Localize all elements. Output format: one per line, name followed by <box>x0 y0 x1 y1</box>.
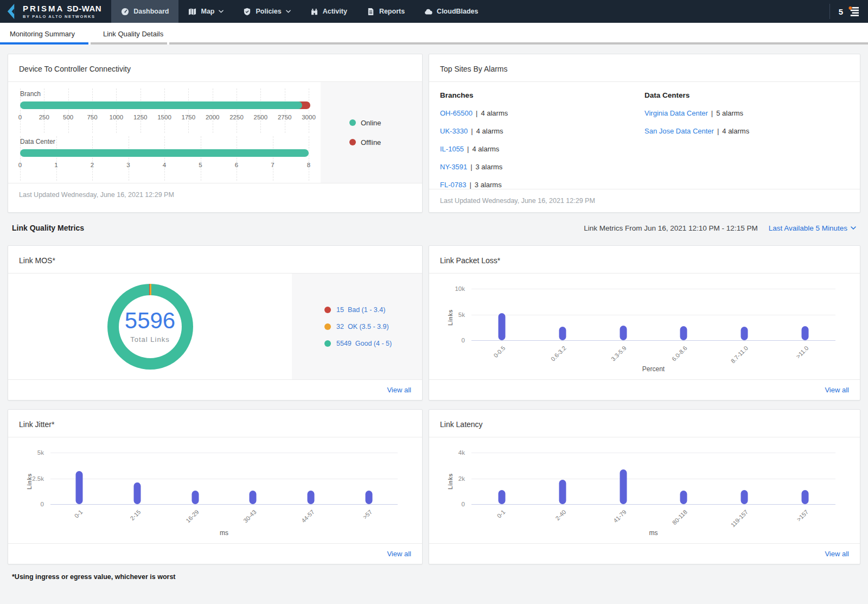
bar <box>498 490 505 504</box>
card-title: Link Latency <box>429 410 860 437</box>
bar <box>308 491 315 504</box>
nav-item-activity[interactable]: Activity <box>301 0 357 23</box>
branches-header: Branches <box>440 91 644 99</box>
site-link[interactable]: San Jose Data Center <box>644 127 714 135</box>
mos-legend-item: 5549Good (4 - 5) <box>324 340 422 347</box>
jitter-chart: Links5k2.5k00-12-1516-2930-4344-57>57ms <box>8 437 422 543</box>
bar-slot: 0-1 <box>471 453 532 504</box>
connectivity-row: Branch0250500750100012501500175020002250… <box>20 88 309 133</box>
bar-slot: 0-0.5 <box>471 289 532 340</box>
y-tick-label: 0 <box>41 501 44 507</box>
site-link[interactable]: Virginia Data Center <box>644 109 708 117</box>
x-tick-label: 0.6-3.2 <box>550 345 567 363</box>
separator: | <box>469 181 471 189</box>
card-title: Device To Controller Connectivity <box>8 54 422 82</box>
link-jitter-card: Link Jitter* Links5k2.5k00-12-1516-2930-… <box>8 409 423 564</box>
site-link[interactable]: IL-1055 <box>440 145 464 153</box>
x-tick-label: 41-79 <box>612 508 628 524</box>
x-tick-label: >11.0 <box>795 345 810 360</box>
x-tick-label: 0-1 <box>73 508 84 519</box>
bar <box>250 491 257 504</box>
legend-dot <box>349 139 356 145</box>
x-tick-label: 8.7-11.0 <box>729 345 749 364</box>
site-link[interactable]: NY-3591 <box>440 163 467 171</box>
bar-slot: 8.7-11.0 <box>714 289 775 340</box>
alarm-count-text: 4 alarms <box>481 109 508 117</box>
datacenters-list: Virginia Data Center|5 alarmsSan Jose Da… <box>644 109 849 135</box>
tab-bar: Monitoring Summary Link Quality Details <box>0 23 868 44</box>
y-tick-label: 10k <box>455 285 465 292</box>
branches-list: OH-65500|4 alarmsUK-3330|4 alarmsIL-1055… <box>440 109 644 189</box>
nav-item-label: Policies <box>256 8 281 15</box>
bar <box>498 313 505 340</box>
bar-slot: 0-1 <box>50 453 108 504</box>
last-updated: Last Updated Wednesday, June 16, 2021 12… <box>429 189 860 212</box>
nav-item-dashboard[interactable]: Dashboard <box>111 0 178 23</box>
x-tick-label: 16-29 <box>184 508 200 524</box>
nav-item-label: Map <box>201 8 214 15</box>
tab-link-quality-details[interactable]: Link Quality Details <box>89 23 177 44</box>
mos-legend: 15Bad (1 - 3.4)32OK (3.5 - 3.9)5549Good … <box>292 274 422 379</box>
time-range-selector[interactable]: Last Available 5 Minutes <box>769 224 856 232</box>
x-tick-label: 44-57 <box>300 508 315 524</box>
mos-donut-chart: 5596 Total Links <box>107 284 193 370</box>
card-title: Link Packet Loss* <box>429 246 860 274</box>
mos-legend-item: 15Bad (1 - 3.4) <box>324 306 422 314</box>
card-title: Top Sites By Alarms <box>429 54 860 82</box>
bar-slot: 2-15 <box>108 453 167 504</box>
brand-byline: BY PALO ALTO NETWORKS <box>23 14 101 19</box>
segment-count: 15 <box>336 306 344 314</box>
bar-slot: 3.3-5.9 <box>593 289 654 340</box>
bar <box>134 482 141 504</box>
bar-slot: 0.6-3.2 <box>532 289 593 340</box>
active-tab-indicator <box>0 42 88 44</box>
chevron-down-icon <box>219 10 224 13</box>
x-axis: 0250500750100012501500175020002250250027… <box>20 114 309 124</box>
x-tick-label: 0-0.5 <box>492 345 506 359</box>
online-bar <box>20 101 302 109</box>
bar-slot: >11.0 <box>775 289 835 340</box>
bar-slot: 44-57 <box>282 453 340 504</box>
nav-item-map[interactable]: Map <box>178 0 233 23</box>
tab-track <box>169 42 868 44</box>
bar-slot: 16-29 <box>166 453 224 504</box>
view-all-link[interactable]: View all <box>825 386 849 394</box>
site-link[interactable]: OH-65500 <box>440 109 473 117</box>
prisma-logo-icon <box>7 4 18 19</box>
bar <box>559 480 566 504</box>
legend-dot <box>324 340 331 347</box>
bar <box>802 326 809 340</box>
datacenters-header: Data Centers <box>644 91 849 99</box>
section-title: Link Quality Metrics <box>12 224 84 232</box>
bar <box>802 490 809 504</box>
alarm-count[interactable]: 5 <box>839 7 843 16</box>
x-axis: 012345678 <box>20 162 309 171</box>
site-link[interactable]: UK-3330 <box>440 127 468 135</box>
footnote: *Using ingress or egress value, whicheve… <box>12 573 856 581</box>
row-label: Data Center <box>20 136 309 145</box>
nav-item-label: Activity <box>323 8 347 15</box>
alarm-list-icon[interactable] <box>848 7 859 17</box>
y-tick-label: 2k <box>458 475 465 482</box>
nav-item-policies[interactable]: Policies <box>233 0 300 23</box>
bar <box>741 327 748 340</box>
site-link[interactable]: FL-0783 <box>440 181 466 189</box>
view-all-link[interactable]: View all <box>387 386 411 394</box>
separator: | <box>467 145 469 153</box>
nav-item-reports[interactable]: Reports <box>357 0 414 23</box>
nav-item-cloudblades[interactable]: CloudBlades <box>414 0 488 23</box>
tab-monitoring-summary[interactable]: Monitoring Summary <box>0 23 89 44</box>
segment-label: Good (4 - 5) <box>355 340 392 347</box>
brand-logo[interactable]: PRISMASD-WAN BY PALO ALTO NETWORKS <box>0 0 111 23</box>
separator: | <box>711 109 713 117</box>
alarm-count-text: 4 alarms <box>722 127 749 135</box>
bar-slot: >157 <box>775 453 835 504</box>
view-all-link[interactable]: View all <box>387 550 411 558</box>
bar <box>365 491 372 504</box>
site-alarm-row: UK-3330|4 alarms <box>440 127 644 135</box>
x-tick-label: 30-43 <box>242 508 257 524</box>
view-all-link[interactable]: View all <box>825 550 849 558</box>
x-tick-label: 2-40 <box>554 508 567 522</box>
connectivity-row: Data Center012345678 <box>20 136 309 181</box>
y-tick-label: 2.5k <box>32 475 44 482</box>
